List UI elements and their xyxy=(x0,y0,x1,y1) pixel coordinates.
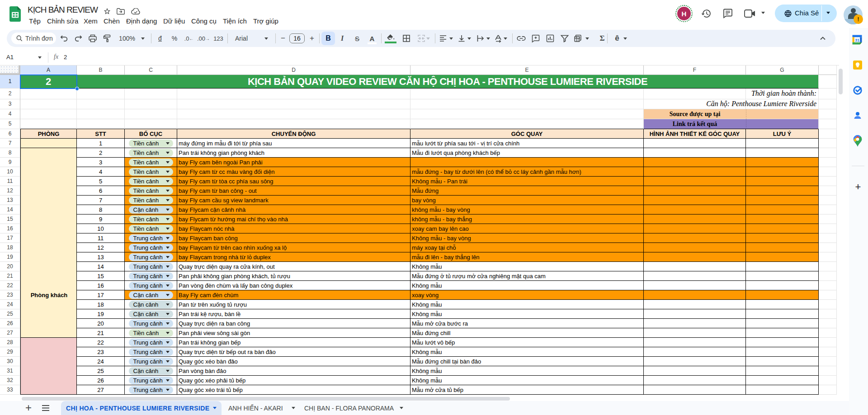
svg-text:31: 31 xyxy=(855,38,859,42)
